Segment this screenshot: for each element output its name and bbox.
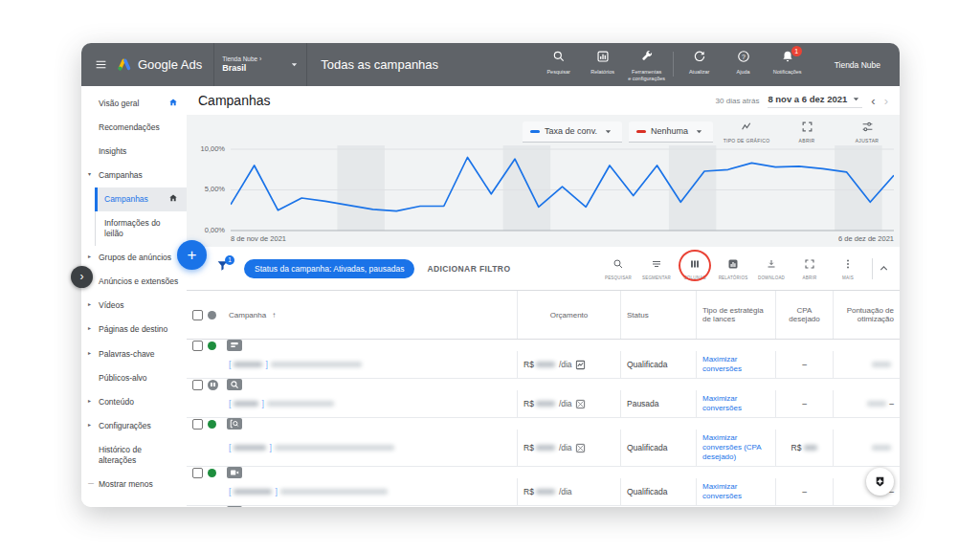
campaign-name-redacted[interactable]: [] [227,399,517,408]
date-next-button[interactable]: › [884,95,888,107]
row-checkbox[interactable] [192,468,203,478]
sidebar-item-label: Públicos-alvo [99,373,147,383]
sidebar-item-anuncios-e-extensoes[interactable]: ▸Anúncios e extensões [81,270,187,294]
budget-cell[interactable]: R$/dia [517,390,620,417]
budget-cell[interactable]: R$/dia [517,430,620,466]
row-checkbox[interactable] [192,507,203,508]
toolbar-mais-button[interactable]: MAIS [829,256,867,280]
expander-arrow-icon: — [88,480,94,488]
enabled-status-icon [208,420,216,429]
sidebar-item-label: Visão geral [99,99,139,108]
column-header-orcamento[interactable]: Orçamento [517,291,620,339]
filter-funnel-icon[interactable]: 1 [216,259,229,272]
conversion-rate-line-chart[interactable] [231,145,894,233]
bid-strategy-link[interactable]: Maximizar conversões [702,394,769,413]
campaign-name-redacted[interactable]: [] [227,443,517,452]
budget-cell[interactable]: R$/dia [517,478,620,505]
campaign-name-redacted[interactable]: [] [227,360,517,369]
toolbar-abrir-button[interactable]: ABRIR [791,256,829,280]
budget-chart-off-icon[interactable] [575,443,586,453]
date-prev-button[interactable]: ‹ [871,95,875,107]
sidebar-item-campanhas[interactable]: Campanhas [95,187,187,211]
select-all-checkbox[interactable] [192,310,203,320]
row-checkbox[interactable] [192,341,203,351]
budget-chart-icon[interactable] [575,360,586,370]
sidebar-item-configuracoes[interactable]: ▸Configurações [81,414,187,438]
bid-strategy-link[interactable]: Maximizar conversões [702,482,769,501]
column-header-campanha[interactable]: Campanha↑ [227,311,517,320]
topbar-atualizar-button[interactable]: Atualizar [678,50,722,76]
topbar-relatorios-button[interactable]: Relatórios [581,50,625,76]
cpa-cell: R$ [775,430,833,466]
toolbar-download-button[interactable]: DOWNLOAD [752,256,791,280]
date-range-picker[interactable]: 8 nov a 6 dez 2021 [768,93,862,108]
svg-text:?: ? [742,54,746,60]
columns-icon [689,258,701,270]
toolbar-pesquisar-button[interactable]: PESQUISAR [599,256,637,280]
campaign-status-filter-chip[interactable]: Status da campanha: Ativadas, pausadas [244,259,414,278]
toolbar-icon-label: SEGMENTAR [637,276,676,280]
topbar-ajuda-button[interactable]: ?Ajuda [722,50,766,76]
row-checkbox[interactable] [192,380,203,390]
sidebar-item-historico-de-alteracoes[interactable]: Histórico de alterações [81,438,187,473]
expand-panel-button[interactable]: › [71,266,93,288]
sidebar-item-recomendacoes[interactable]: Recomendações [81,116,187,140]
toolbar-icon-label: DOWNLOAD [752,276,791,280]
table-row[interactable]: []R$/diaPausadaCPM desejado–– [187,506,900,507]
table-row[interactable]: []R$/diaQualificadaMaximizar conversões–… [187,467,900,506]
sidebar-item-grupos-de-anuncios[interactable]: ▸Grupos de anúncios [81,246,187,270]
sidebar-item-palavras-chave[interactable]: ▸Palavras-chave [81,342,187,366]
chart-adjust-button[interactable]: AJUSTAR [840,120,894,143]
sidebar-item-visao-geral[interactable]: Visão geral [81,92,187,116]
chart-type-button[interactable]: TIPO DE GRÁFICO [720,120,773,143]
campaign-type-searchc-icon [227,379,242,390]
row-checkbox[interactable] [192,419,203,430]
cpa-cell: – [775,478,833,505]
main-content: Campanhas 30 dias atrás 8 nov a 6 dez 20… [187,86,900,507]
sidebar-item-publicos-alvo[interactable]: Públicos-alvo [81,366,187,390]
table-row[interactable]: []R$/diaQualificadaMaximizar conversões … [187,418,900,467]
sidebar-item-campanhas-group[interactable]: ▾Campanhas [81,164,187,187]
sidebar-item-label: Campanhas [99,170,143,180]
add-filter-button[interactable]: ADICIONAR FILTRO [427,264,510,274]
menu-icon[interactable] [95,58,107,71]
sidebar-item-paginas-de-destino[interactable]: ▸Páginas de destino [81,318,187,342]
column-header-cpa[interactable]: CPA desejado [775,291,833,339]
campaign-type-video-icon [227,506,242,507]
table-row[interactable]: []R$/diaPausadaMaximizar conversões–– [187,379,900,418]
bid-strategy-link[interactable]: Maximizar conversões [702,355,769,374]
campaign-name-redacted[interactable]: [] [227,487,517,496]
metric-selector-2[interactable]: Nenhuma [629,121,713,143]
sidebar-item-label: Vídeos [99,300,123,310]
sidebar-item-mostrar-menos[interactable]: —Mostrar menos [81,473,187,496]
column-header-pontuacao[interactable]: Pontuação de otimização [833,291,900,339]
segment-icon [651,258,662,270]
topbar-ferramentas-button[interactable]: Ferramentase configurações [625,50,669,82]
metric-selector-1[interactable]: Taxa de conv. [523,121,622,143]
new-campaign-button[interactable]: + [177,240,207,270]
chevron-down-icon [693,125,705,138]
x-axis-end-label: 6 de dez de 2021 [838,234,894,243]
budget-cell[interactable]: R$/dia [517,351,620,378]
expander-arrow-icon: ▸ [88,422,91,430]
table-row[interactable]: []R$/diaQualificadaMaximizar conversões– [187,340,900,379]
collapse-table-button[interactable] [878,262,890,275]
budget-chart-off-icon[interactable] [575,399,586,409]
bid-strategy-link[interactable]: Maximizar conversões (CPA desejado) [702,433,769,462]
toolbar-relatorios-button[interactable]: RELATÓRIOS [714,256,752,280]
column-header-estrategia[interactable]: Tipo de estratégia de lances [696,291,775,339]
topbar-notificacoes-button[interactable]: Notificações1 [766,50,810,76]
column-header-status[interactable]: Status [620,291,696,339]
sidebar-item-informacoes-do-leilao[interactable]: Informações do leilão [95,211,187,246]
chevron-down-icon [850,93,862,105]
chart-expand-button[interactable]: ABRIR [780,120,834,143]
toolbar-colunas-button[interactable]: COLUNAS [676,256,714,280]
extension-widget-button[interactable] [866,468,894,496]
help-icon: ? [737,50,750,63]
sidebar-item-videos[interactable]: ▸Vídeos [81,294,187,318]
sidebar-item-conteudo[interactable]: ▸Conteúdo [81,390,187,414]
topbar-pesquisar-button[interactable]: Pesquisar [537,50,581,76]
sidebar-item-insights[interactable]: Insights [81,140,187,164]
account-selector[interactable]: Tienda Nube › Brasil [214,43,306,86]
toolbar-segmentar-button[interactable]: SEGMENTAR [637,256,676,280]
